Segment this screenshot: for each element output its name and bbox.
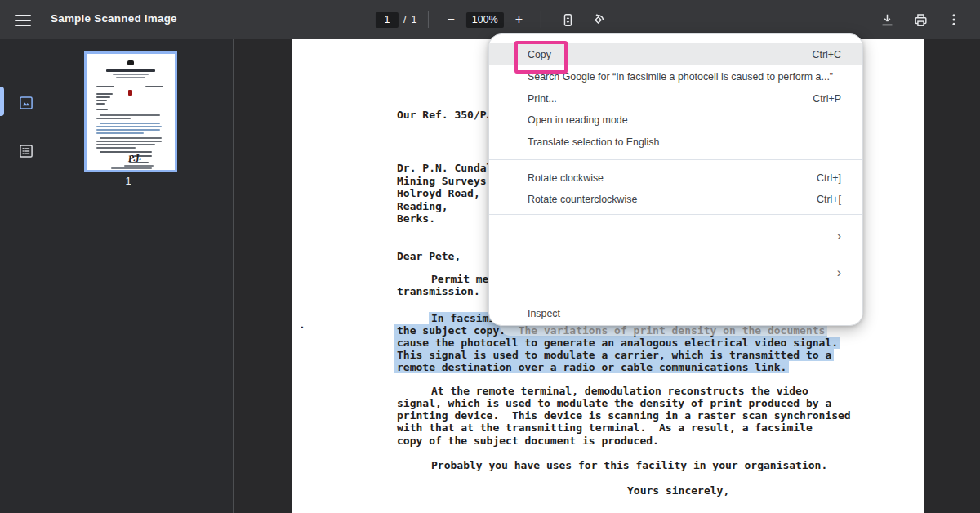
toolbar-right-actions bbox=[871, 0, 980, 39]
zoom-out-button[interactable]: − bbox=[440, 13, 461, 26]
thumbnail-panel: P.J. 1 bbox=[39, 39, 234, 513]
selected-text-line[interactable]: cause the photocell to generate an analo… bbox=[397, 337, 838, 349]
pdf-viewer-window: Sample Scanned Image 1 / 1 − 100% + bbox=[0, 0, 980, 513]
active-tab-indicator bbox=[0, 87, 4, 116]
menu-item-reading-mode[interactable]: Open in reading mode bbox=[489, 109, 862, 131]
menu-item-copy[interactable]: Copy Ctrl+C bbox=[489, 43, 862, 65]
selected-text-line[interactable]: In facsimi bbox=[431, 312, 495, 324]
letter-line: Mining Surveys bbox=[397, 175, 487, 187]
shortcut-label: Ctrl+P bbox=[803, 93, 841, 105]
menu-item-search-google[interactable]: Search Google for “In facsimile a photoc… bbox=[489, 65, 862, 87]
page-total: 1 bbox=[411, 14, 416, 25]
menu-separator bbox=[489, 214, 862, 215]
zoom-level[interactable]: 100% bbox=[466, 12, 504, 28]
submenu-chevron-icon: › bbox=[837, 230, 841, 243]
letter-line: At the remote terminal, demodulation rec… bbox=[431, 385, 808, 397]
shortcut-label: Ctrl+C bbox=[803, 49, 841, 60]
toolbar-separator bbox=[428, 11, 429, 28]
letter-line: transmission. bbox=[397, 285, 480, 297]
page-divider: / bbox=[403, 14, 406, 25]
menu-separator bbox=[489, 297, 862, 297]
menu-item-submenu-1[interactable]: › bbox=[489, 220, 862, 252]
letter-line: Berks. bbox=[397, 212, 435, 225]
letter-line: Permit me bbox=[431, 273, 488, 285]
letter-line: Dear Pete, bbox=[397, 250, 461, 262]
more-options-icon[interactable] bbox=[947, 12, 961, 27]
menu-icon[interactable] bbox=[13, 11, 33, 28]
letter-line: copy of the subject document is produced… bbox=[397, 435, 659, 447]
letter-line: signal, which is used to modulate the de… bbox=[397, 397, 831, 409]
download-icon[interactable] bbox=[880, 12, 895, 28]
selected-text-line[interactable]: remote destination over a radio or cable… bbox=[397, 361, 786, 373]
rotate-counterclockwise-icon[interactable] bbox=[590, 11, 607, 28]
menu-item-translate[interactable]: Translate selection to English bbox=[489, 131, 862, 153]
zoom-in-button[interactable]: + bbox=[509, 13, 529, 26]
page-number-input[interactable]: 1 bbox=[376, 12, 399, 28]
menu-item-rotate-counterclockwise[interactable]: Rotate counterclockwise Ctrl+[ bbox=[489, 189, 862, 210]
outline-tab-icon[interactable] bbox=[18, 143, 34, 159]
document-title: Sample Scanned Image bbox=[51, 12, 177, 25]
thumbnail-page-number: 1 bbox=[82, 175, 175, 187]
menu-item-rotate-clockwise[interactable]: Rotate clockwise Ctrl+] bbox=[489, 167, 862, 189]
menu-item-print[interactable]: Print... Ctrl+P bbox=[489, 87, 862, 109]
letter-line: Holroyd Road, bbox=[397, 187, 480, 199]
shortcut-label: Ctrl+] bbox=[807, 172, 841, 184]
fit-page-icon[interactable] bbox=[560, 12, 576, 28]
menu-separator bbox=[489, 159, 862, 160]
submenu-chevron-icon: › bbox=[837, 266, 841, 279]
selected-text-line[interactable]: This signal is used to modulate a carrie… bbox=[397, 349, 831, 361]
scan-artifact-dot: . bbox=[299, 319, 305, 331]
letter-line: with that at the transmitting terminal. … bbox=[397, 422, 813, 434]
thumbnails-tab-icon[interactable] bbox=[18, 95, 34, 111]
sidebar-rail bbox=[0, 39, 39, 513]
letter-line: Dr. P.N. Cundal bbox=[397, 162, 492, 174]
letter-line: Our Ref. 350/PJ bbox=[397, 109, 492, 121]
menu-item-inspect[interactable]: Inspect bbox=[489, 300, 862, 327]
page-thumbnail[interactable]: P.J. bbox=[84, 51, 177, 172]
toolbar-separator bbox=[541, 11, 541, 28]
shortcut-label: Ctrl+[ bbox=[807, 194, 841, 205]
menu-item-submenu-2[interactable]: › bbox=[489, 252, 862, 293]
letter-line: Reading, bbox=[397, 200, 448, 212]
letter-line: printing device. This device is scanning… bbox=[397, 409, 851, 422]
context-menu: Copy Ctrl+C Search Google for “In facsim… bbox=[488, 33, 863, 326]
print-icon[interactable] bbox=[913, 12, 929, 28]
letter-line: Yours sincerely, bbox=[627, 484, 729, 497]
letter-line: Probably you have uses for this facility… bbox=[431, 459, 827, 471]
